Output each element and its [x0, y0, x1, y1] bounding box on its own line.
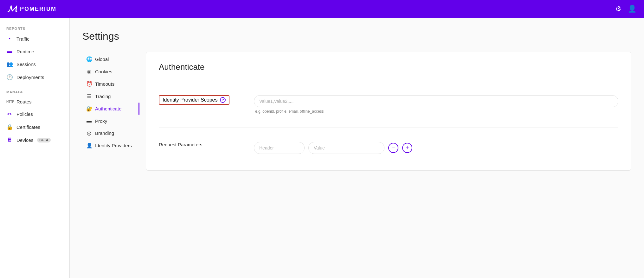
tracing-icon: ☰ — [86, 93, 92, 99]
identity-provider-scopes-help-icon[interactable]: ? — [220, 97, 226, 103]
request-parameters-input-col: − + — [254, 142, 618, 154]
content-area: Settings 🌐 Global ◎ Cookies ⏰ Timeouts ☰ — [70, 18, 644, 278]
divider-top — [159, 81, 618, 81]
header-right: ⚙ 👤 — [615, 5, 636, 13]
settings-nav-cookies[interactable]: ◎ Cookies — [82, 65, 139, 78]
reports-section-label: REPORTS — [0, 24, 69, 32]
identity-provider-scopes-hint: e.g. openid, profile, email, offline_acc… — [254, 109, 618, 114]
proxy-icon: ▬ — [86, 118, 92, 124]
identity-provider-scopes-row: Identity Provider Scopes ? e.g. openid, … — [159, 89, 618, 120]
request-parameters-label-col: Request Parameters — [159, 142, 241, 147]
sessions-icon: 👥 — [6, 61, 13, 68]
identity-provider-scopes-input[interactable] — [254, 95, 618, 107]
sidebar-item-label: Sessions — [16, 62, 36, 67]
settings-panel: Authenticate Identity Provider Scopes ? … — [146, 52, 631, 171]
timeouts-icon: ⏰ — [86, 81, 92, 87]
settings-nav-branding[interactable]: ◎ Branding — [82, 127, 139, 139]
policies-icon: ✂ — [6, 111, 13, 117]
pomerium-logo-icon: 𝓜 — [8, 4, 17, 13]
sidebar-item-label: Runtime — [16, 49, 34, 54]
header-left: 𝓜 POMERIUM — [8, 4, 56, 13]
settings-nav-label: Branding — [95, 130, 114, 136]
settings-nav: 🌐 Global ◎ Cookies ⏰ Timeouts ☰ Tracing — [82, 52, 139, 171]
page-title: Settings — [82, 30, 631, 42]
settings-nav-global[interactable]: 🌐 Global — [82, 53, 139, 65]
user-icon[interactable]: 👤 — [628, 5, 636, 13]
top-header: 𝓜 POMERIUM ⚙ 👤 — [0, 0, 644, 18]
logo-text: POMERIUM — [20, 6, 56, 12]
manage-section-label: MANAGE — [0, 88, 69, 96]
settings-layout: 🌐 Global ◎ Cookies ⏰ Timeouts ☰ Tracing — [82, 52, 631, 171]
settings-nav-label: Global — [95, 56, 109, 62]
form-label-col: Identity Provider Scopes ? — [159, 95, 241, 105]
active-indicator — [138, 103, 139, 115]
sidebar-item-certificates[interactable]: 🔒 Certificates — [0, 121, 69, 134]
global-icon: 🌐 — [86, 56, 92, 62]
identity-provider-scopes-label: Identity Provider Scopes ? — [159, 95, 229, 105]
sidebar-item-label: Devices — [16, 137, 33, 143]
request-parameters-row: Request Parameters − + — [159, 136, 618, 160]
sidebar-item-devices[interactable]: 🖥 Devices BETA — [0, 134, 69, 146]
devices-icon: 🖥 — [6, 137, 13, 143]
add-parameter-button[interactable]: + — [402, 143, 412, 153]
request-parameters-label: Request Parameters — [159, 142, 241, 147]
settings-nav-label: Identity Providers — [95, 143, 132, 148]
panel-title: Authenticate — [159, 62, 618, 72]
sidebar: REPORTS ▪ Traffic ▬ Runtime 👥 Sessions 🕐… — [0, 18, 70, 278]
settings-nav-tracing[interactable]: ☰ Tracing — [82, 90, 139, 103]
settings-icon[interactable]: ⚙ — [615, 5, 621, 13]
sidebar-item-traffic[interactable]: ▪ Traffic — [0, 32, 69, 45]
devices-beta-badge: BETA — [37, 138, 50, 142]
sidebar-item-deployments[interactable]: 🕐 Deployments — [0, 71, 69, 84]
identity-provider-scopes-text: Identity Provider Scopes — [163, 97, 217, 103]
branding-icon: ◎ — [86, 130, 92, 136]
sidebar-item-routes[interactable]: HTTP Routes — [0, 96, 69, 108]
settings-nav-label: Cookies — [95, 69, 112, 74]
settings-nav-label: Proxy — [95, 118, 107, 124]
remove-parameter-button[interactable]: − — [388, 143, 398, 153]
certificates-icon: 🔒 — [6, 124, 13, 130]
settings-nav-label: Authenticate — [95, 106, 121, 111]
identity-providers-icon: 👤 — [86, 142, 92, 149]
settings-nav-label: Timeouts — [95, 81, 114, 87]
divider-mid — [159, 128, 618, 128]
deployments-icon: 🕐 — [6, 74, 13, 81]
settings-nav-proxy[interactable]: ▬ Proxy — [82, 115, 139, 127]
authenticate-icon: 🔐 — [86, 106, 92, 112]
settings-nav-timeouts[interactable]: ⏰ Timeouts — [82, 78, 139, 90]
traffic-icon: ▪ — [6, 36, 13, 42]
request-params-row: − + — [254, 142, 618, 154]
request-parameters-header-input[interactable] — [254, 142, 305, 154]
sidebar-item-label: Policies — [16, 111, 33, 117]
settings-nav-authenticate[interactable]: 🔐 Authenticate — [82, 103, 137, 115]
settings-nav-label: Tracing — [95, 94, 111, 99]
request-parameters-value-input[interactable] — [308, 142, 384, 154]
settings-nav-authenticate-row: 🔐 Authenticate — [82, 103, 139, 115]
sidebar-item-label: Routes — [16, 99, 32, 104]
sidebar-item-label: Deployments — [16, 75, 44, 80]
sidebar-item-label: Traffic — [16, 36, 29, 42]
runtime-icon: ▬ — [6, 48, 13, 55]
settings-nav-identity-providers[interactable]: 👤 Identity Providers — [82, 139, 139, 152]
main-layout: REPORTS ▪ Traffic ▬ Runtime 👥 Sessions 🕐… — [0, 18, 644, 278]
sidebar-item-label: Certificates — [16, 124, 40, 130]
cookies-icon: ◎ — [86, 69, 92, 75]
routes-icon: HTTP — [6, 100, 13, 103]
sidebar-item-policies[interactable]: ✂ Policies — [0, 108, 69, 121]
sidebar-item-runtime[interactable]: ▬ Runtime — [0, 45, 69, 58]
form-input-col: e.g. openid, profile, email, offline_acc… — [254, 95, 618, 114]
sidebar-item-sessions[interactable]: 👥 Sessions — [0, 58, 69, 71]
